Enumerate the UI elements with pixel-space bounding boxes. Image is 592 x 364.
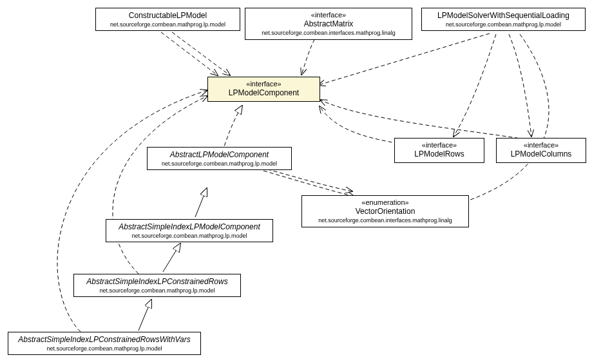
package: net.sourceforge.combean.mathprog.lp.mode… xyxy=(14,345,195,352)
title: LPModelComponent xyxy=(213,88,314,99)
node-simple-index[interactable]: AbstractSimpleIndexLPModelComponent net.… xyxy=(106,219,273,242)
package: net.sourceforge.combean.mathprog.lp.mode… xyxy=(153,160,286,168)
stereotype: «interface» xyxy=(400,141,479,149)
node-model-columns[interactable]: «interface» LPModelColumns xyxy=(496,138,586,163)
node-vector-orientation[interactable]: «enumeration» VectorOrientation net.sour… xyxy=(301,195,469,227)
node-abstract-component[interactable]: AbstractLPModelComponent net.sourceforge… xyxy=(147,147,292,170)
stereotype: «interface» xyxy=(502,141,580,149)
package: net.sourceforge.combean.mathprog.lp.mode… xyxy=(79,287,235,294)
stereotype: «interface» xyxy=(251,11,406,19)
node-constrained-rows-vars[interactable]: AbstractSimpleIndexLPConstrainedRowsWith… xyxy=(8,332,201,355)
stereotype: «interface» xyxy=(213,80,314,88)
package: net.sourceforge.combean.mathprog.lp.mode… xyxy=(427,21,580,28)
title: VectorOrientation xyxy=(307,207,463,217)
title: AbstractLPModelComponent xyxy=(153,150,286,160)
stereotype: «enumeration» xyxy=(307,198,463,207)
title: LPModelSolverWithSequentialLoading xyxy=(427,11,580,21)
package: net.sourceforge.combean.mathprog.lp.mode… xyxy=(111,233,267,240)
title: AbstractSimpleIndexLPConstrainedRows xyxy=(79,277,235,287)
title: LPModelColumns xyxy=(502,149,580,160)
node-lp-model-component[interactable]: «interface» LPModelComponent xyxy=(207,77,320,102)
title: AbstractSimpleIndexLPModelComponent xyxy=(111,222,267,233)
package: net.sourceforge.combean.mathprog.lp.mode… xyxy=(101,21,234,28)
title: AbstractMatrix xyxy=(251,19,406,30)
package: net.sourceforge.combean.interfaces.mathp… xyxy=(251,30,406,37)
title: AbstractSimpleIndexLPConstrainedRowsWith… xyxy=(14,335,195,345)
node-model-rows[interactable]: «interface» LPModelRows xyxy=(394,138,484,163)
node-constrained-rows[interactable]: AbstractSimpleIndexLPConstrainedRows net… xyxy=(73,274,241,297)
node-abstract-matrix[interactable]: «interface» AbstractMatrix net.sourcefor… xyxy=(245,8,412,40)
node-constructable[interactable]: ConstructableLPModel net.sourceforge.com… xyxy=(95,8,240,31)
title: LPModelRows xyxy=(400,149,479,160)
package: net.sourceforge.combean.interfaces.mathp… xyxy=(307,217,463,224)
title: ConstructableLPModel xyxy=(101,11,234,21)
node-solver[interactable]: LPModelSolverWithSequentialLoading net.s… xyxy=(421,8,586,31)
